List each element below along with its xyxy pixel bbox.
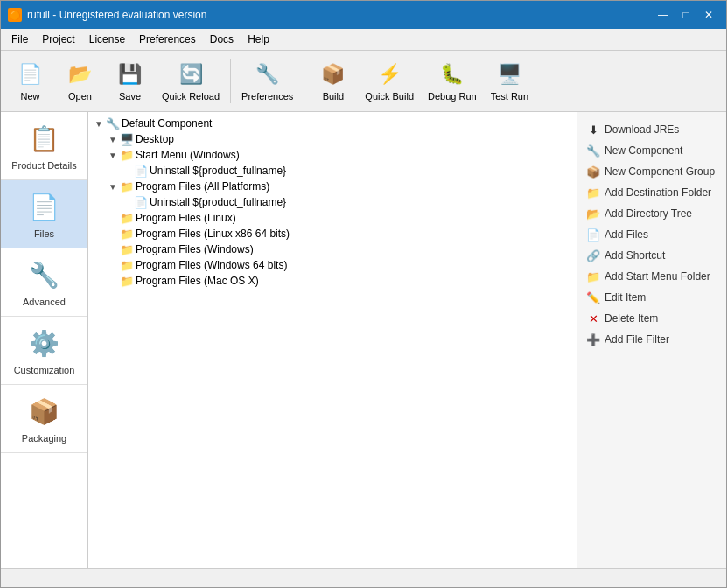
menu-license[interactable]: License (82, 31, 132, 48)
tree-row-program-files-linux[interactable]: 📁 Program Files (Linux) (92, 210, 573, 226)
toolbar-save[interactable]: 💾 Save (106, 54, 154, 108)
test-run-icon: 🖥️ (495, 60, 523, 88)
tree-panel: ▼ 🔧 Default Component ▼ 🖥️ Desktop ▼ 📁 S… (88, 112, 577, 568)
add-directory-tree-label: Add Directory Tree (605, 207, 692, 220)
toolbar-build[interactable]: 📦 Build (309, 54, 357, 108)
folder-icon-7: 📁 (120, 227, 134, 241)
save-label: Save (119, 91, 141, 102)
quick-reload-label: Quick Reload (162, 91, 220, 102)
toolbar-quick-build[interactable]: ⚡ Quick Build (359, 54, 420, 108)
sidebar-item-packaging[interactable]: 📦 Packaging (1, 385, 87, 453)
tree-row-program-files-linux-x86[interactable]: 📁 Program Files (Linux x86 64 bits) (92, 226, 573, 242)
sidebar-item-customization[interactable]: ⚙️ Customization (1, 317, 87, 385)
expand-icon-6 (106, 211, 120, 225)
tree-label-10: Program Files (Mac OS X) (136, 275, 259, 287)
toolbar-preferences[interactable]: 🔧 Preferences (235, 54, 299, 108)
add-file-filter-icon: ➕ (586, 332, 600, 346)
debug-run-icon: 🐛 (438, 60, 466, 88)
open-icon: 📂 (66, 60, 94, 88)
main-window: 🟠 rufull - Unregistered evaluation versi… (0, 0, 727, 588)
tree-row-default-component[interactable]: ▼ 🔧 Default Component (92, 116, 573, 131)
action-add-shortcut[interactable]: 🔗 Add Shortcut (581, 245, 723, 266)
add-shortcut-label: Add Shortcut (605, 249, 665, 262)
expand-icon-3 (120, 164, 134, 178)
title-bar-left: 🟠 rufull - Unregistered evaluation versi… (8, 8, 206, 22)
tree-label-1: Desktop (136, 133, 174, 145)
edit-item-label: Edit Item (605, 291, 646, 304)
folder-icon-2: 📁 (120, 148, 134, 162)
toolbar-quick-reload[interactable]: 🔄 Quick Reload (156, 54, 226, 108)
sidebar-files-label: Files (34, 228, 54, 239)
build-icon: 📦 (319, 60, 347, 88)
packaging-icon: 📦 (27, 394, 62, 429)
maximize-button[interactable]: □ (675, 6, 696, 24)
expand-icon-0: ▼ (92, 116, 106, 130)
action-new-component-group[interactable]: 📦 New Component Group (581, 161, 723, 182)
sidebar-item-files[interactable]: 📄 Files (1, 180, 87, 248)
file-icon-3: 📄 (134, 164, 148, 178)
tree-row-program-files-windows-64[interactable]: 📁 Program Files (Windows 64 bits) (92, 257, 573, 273)
preferences-label: Preferences (241, 91, 293, 102)
toolbar-debug-run[interactable]: 🐛 Debug Run (422, 54, 483, 108)
menu-file[interactable]: File (4, 31, 35, 48)
toolbar-separator-2 (304, 60, 304, 103)
download-jres-icon: ⬇ (586, 122, 600, 136)
expand-icon-9 (106, 258, 120, 272)
add-start-menu-folder-icon: 📁 (586, 270, 600, 284)
menu-help[interactable]: Help (241, 31, 276, 48)
sidebar-item-advanced[interactable]: 🔧 Advanced (1, 248, 87, 317)
add-files-label: Add Files (605, 228, 648, 241)
new-component-group-icon: 📦 (586, 164, 600, 178)
status-bar (1, 568, 726, 587)
add-directory-tree-icon: 📂 (586, 206, 600, 220)
tree-label-8: Program Files (Windows) (136, 243, 254, 256)
toolbar-separator-1 (230, 60, 231, 103)
action-new-component[interactable]: 🔧 New Component (581, 140, 723, 161)
tree-row-uninstall-2[interactable]: 📄 Uninstall ${product_fullname} (92, 194, 573, 210)
delete-item-label: Delete Item (605, 312, 658, 325)
tree-row-uninstall-1[interactable]: 📄 Uninstall ${product_fullname} (92, 163, 573, 178)
action-edit-item[interactable]: ✏️ Edit Item (581, 287, 723, 308)
folder-icon-9: 📁 (120, 258, 134, 272)
add-file-filter-label: Add File Filter (605, 333, 669, 346)
folder-icon-1: 🖥️ (120, 132, 134, 146)
add-destination-folder-label: Add Destination Folder (605, 186, 711, 199)
expand-icon-10 (106, 274, 120, 288)
toolbar-new[interactable]: 📄 New (6, 54, 54, 108)
menu-project[interactable]: Project (35, 31, 81, 48)
folder-icon-8: 📁 (120, 242, 134, 256)
add-files-icon: 📄 (586, 228, 600, 242)
tree-row-desktop[interactable]: ▼ 🖥️ Desktop (92, 131, 573, 147)
toolbar-test-run[interactable]: 🖥️ Test Run (485, 54, 535, 108)
action-download-jres[interactable]: ⬇ Download JREs (581, 119, 723, 140)
file-icon-5: 📄 (134, 195, 148, 209)
component-icon-0: 🔧 (106, 116, 120, 130)
download-jres-label: Download JREs (605, 123, 679, 136)
advanced-icon: 🔧 (27, 257, 62, 292)
sidebar-item-product-details[interactable]: 📋 Product Details (1, 112, 87, 180)
tree-row-start-menu[interactable]: ▼ 📁 Start Menu (Windows) (92, 147, 573, 163)
action-delete-item[interactable]: ✕ Delete Item (581, 308, 723, 329)
tree-row-program-files-windows[interactable]: 📁 Program Files (Windows) (92, 242, 573, 257)
sidebar-product-details-label: Product Details (11, 160, 77, 171)
tree-label-3: Uninstall ${product_fullname} (150, 164, 286, 177)
close-button[interactable]: ✕ (698, 6, 719, 24)
tree-label-5: Uninstall ${product_fullname} (150, 196, 286, 208)
sidebar: 📋 Product Details 📄 Files 🔧 Advanced ⚙️ … (1, 112, 88, 568)
action-add-destination-folder[interactable]: 📁 Add Destination Folder (581, 182, 723, 203)
action-add-file-filter[interactable]: ➕ Add File Filter (581, 329, 723, 350)
action-add-start-menu-folder[interactable]: 📁 Add Start Menu Folder (581, 266, 723, 287)
action-add-directory-tree[interactable]: 📂 Add Directory Tree (581, 203, 723, 224)
toolbar-open[interactable]: 📂 Open (56, 54, 104, 108)
tree-label-2: Start Menu (Windows) (136, 149, 240, 161)
new-component-icon: 🔧 (586, 144, 600, 158)
tree-row-program-files-all[interactable]: ▼ 📁 Program Files (All Platforms) (92, 178, 573, 194)
minimize-button[interactable]: — (653, 6, 674, 24)
delete-item-icon: ✕ (586, 312, 600, 326)
folder-icon-10: 📁 (120, 274, 134, 288)
menu-preferences[interactable]: Preferences (132, 31, 203, 48)
tree-row-program-files-mac[interactable]: 📁 Program Files (Mac OS X) (92, 273, 573, 289)
tree-label-7: Program Files (Linux x86 64 bits) (136, 228, 290, 240)
action-add-files[interactable]: 📄 Add Files (581, 224, 723, 245)
menu-docs[interactable]: Docs (203, 31, 241, 48)
